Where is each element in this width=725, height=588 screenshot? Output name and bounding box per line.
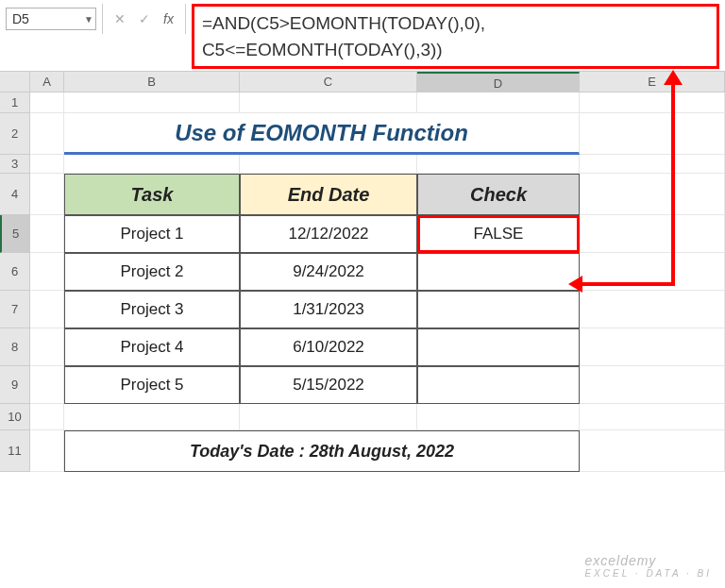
title-cell[interactable]: Use of EOMONTH Function	[64, 113, 580, 155]
row-header-5[interactable]: 5	[0, 215, 30, 253]
sheet-title: Use of EOMONTH Function	[175, 120, 468, 146]
annotation-arrow-vertical	[671, 74, 675, 286]
row-4: 4 Task End Date Check	[0, 174, 725, 215]
row-header-4[interactable]: 4	[0, 174, 30, 215]
col-header-b[interactable]: B	[64, 72, 240, 92]
fx-icon[interactable]: fx	[163, 11, 174, 26]
chevron-down-icon[interactable]: ▼	[84, 14, 93, 25]
cell-a10[interactable]	[30, 404, 64, 430]
cancel-icon[interactable]: ✕	[114, 11, 126, 26]
row-header-2[interactable]: 2	[0, 113, 30, 155]
row-header-6[interactable]: 6	[0, 253, 30, 291]
col-header-c[interactable]: C	[240, 72, 417, 92]
cell-d7[interactable]	[417, 291, 580, 328]
row-header-1[interactable]: 1	[0, 92, 30, 113]
row-header-7[interactable]: 7	[0, 291, 30, 328]
row-header-11[interactable]: 11	[0, 430, 30, 472]
cell-e3[interactable]	[580, 155, 725, 174]
cell-a1[interactable]	[30, 92, 64, 113]
row-8: 8 Project 4 6/10/2022	[0, 328, 725, 366]
cell-e11[interactable]	[580, 430, 725, 472]
cell-c5[interactable]: 12/12/2022	[240, 215, 417, 253]
cell-b9[interactable]: Project 5	[64, 366, 240, 404]
row-header-9[interactable]: 9	[0, 366, 30, 404]
cell-e7[interactable]	[580, 291, 725, 328]
cell-e8[interactable]	[580, 328, 725, 366]
cell-d3[interactable]	[417, 155, 580, 174]
cell-c7[interactable]: 1/31/2023	[240, 291, 417, 328]
cell-c1[interactable]	[240, 92, 417, 113]
cell-e1[interactable]	[580, 92, 725, 113]
formula-bar: D5 ▼ ✕ ✓ fx =AND(C5>EOMONTH(TODAY(),0), …	[0, 0, 725, 72]
cell-c3[interactable]	[240, 155, 417, 174]
date-2: 1/31/2023	[293, 300, 364, 319]
footer-text: Today's Date : 28th August, 2022	[190, 442, 454, 462]
watermark-tag: EXCEL · DATA · BI	[584, 568, 712, 579]
cell-d6[interactable]	[417, 253, 580, 291]
cell-a9[interactable]	[30, 366, 64, 404]
formula-buttons: ✕ ✓ fx	[103, 4, 186, 34]
cell-c9[interactable]: 5/15/2022	[240, 366, 417, 404]
cell-e2[interactable]	[580, 113, 725, 155]
cell-c6[interactable]: 9/24/2022	[240, 253, 417, 291]
arrow-head-left-icon	[568, 276, 582, 293]
name-box-container: D5 ▼	[0, 4, 103, 34]
header-enddate-text: End Date	[288, 184, 370, 206]
cell-a6[interactable]	[30, 253, 64, 291]
row-header-3[interactable]: 3	[0, 155, 30, 174]
col-header-d[interactable]: D	[417, 72, 580, 92]
cell-b8[interactable]: Project 4	[64, 328, 240, 366]
cell-c10[interactable]	[240, 404, 417, 430]
row-1: 1	[0, 92, 725, 113]
row-11: 11 Today's Date : 28th August, 2022	[0, 430, 725, 472]
cell-e9[interactable]	[580, 366, 725, 404]
cell-e10[interactable]	[580, 404, 725, 430]
footer-cell[interactable]: Today's Date : 28th August, 2022	[64, 430, 580, 472]
cell-d8[interactable]	[417, 328, 580, 366]
task-0: Project 1	[120, 225, 183, 244]
header-task[interactable]: Task	[64, 174, 240, 215]
cell-b1[interactable]	[64, 92, 240, 113]
task-1: Project 2	[120, 262, 183, 281]
cell-e5[interactable]	[580, 215, 725, 253]
row-9: 9 Project 5 5/15/2022	[0, 366, 725, 404]
cell-c8[interactable]: 6/10/2022	[240, 328, 417, 366]
formula-input[interactable]: =AND(C5>EOMONTH(TODAY(),0), C5<=EOMONTH(…	[192, 4, 719, 69]
cell-b5[interactable]: Project 1	[64, 215, 240, 253]
cell-a5[interactable]	[30, 215, 64, 253]
row-header-10[interactable]: 10	[0, 404, 30, 430]
header-check-text: Check	[470, 184, 527, 206]
cell-a2[interactable]	[30, 113, 64, 155]
cell-a11[interactable]	[30, 430, 64, 472]
cell-d5-selected[interactable]: FALSE	[417, 215, 580, 253]
row-7: 7 Project 3 1/31/2023	[0, 291, 725, 328]
annotation-arrow-horizontal	[580, 282, 674, 286]
task-4: Project 5	[120, 376, 183, 395]
cell-a3[interactable]	[30, 155, 64, 174]
cell-b10[interactable]	[64, 404, 240, 430]
cell-a4[interactable]	[30, 174, 64, 215]
watermark: exceldemy EXCEL · DATA · BI	[584, 553, 712, 579]
row-header-8[interactable]: 8	[0, 328, 30, 366]
header-check[interactable]: Check	[417, 174, 580, 215]
cell-e4[interactable]	[580, 174, 725, 215]
task-2: Project 3	[120, 300, 183, 319]
select-all-corner[interactable]	[0, 72, 30, 92]
cell-a8[interactable]	[30, 328, 64, 366]
cell-d10[interactable]	[417, 404, 580, 430]
cell-d1[interactable]	[417, 92, 580, 113]
header-enddate[interactable]: End Date	[240, 174, 417, 215]
column-headers: A B C D E	[0, 72, 725, 92]
name-box[interactable]: D5 ▼	[6, 8, 96, 30]
task-3: Project 4	[120, 338, 183, 357]
cell-d9[interactable]	[417, 366, 580, 404]
enter-icon[interactable]: ✓	[139, 11, 150, 26]
formula-line-2: C5<=EOMONTH(TODAY(),3))	[202, 37, 709, 63]
header-task-text: Task	[131, 184, 174, 206]
col-header-a[interactable]: A	[30, 72, 64, 92]
cell-a7[interactable]	[30, 291, 64, 328]
col-header-e[interactable]: E	[580, 72, 725, 92]
cell-b7[interactable]: Project 3	[64, 291, 240, 328]
cell-b3[interactable]	[64, 155, 240, 174]
cell-b6[interactable]: Project 2	[64, 253, 240, 291]
